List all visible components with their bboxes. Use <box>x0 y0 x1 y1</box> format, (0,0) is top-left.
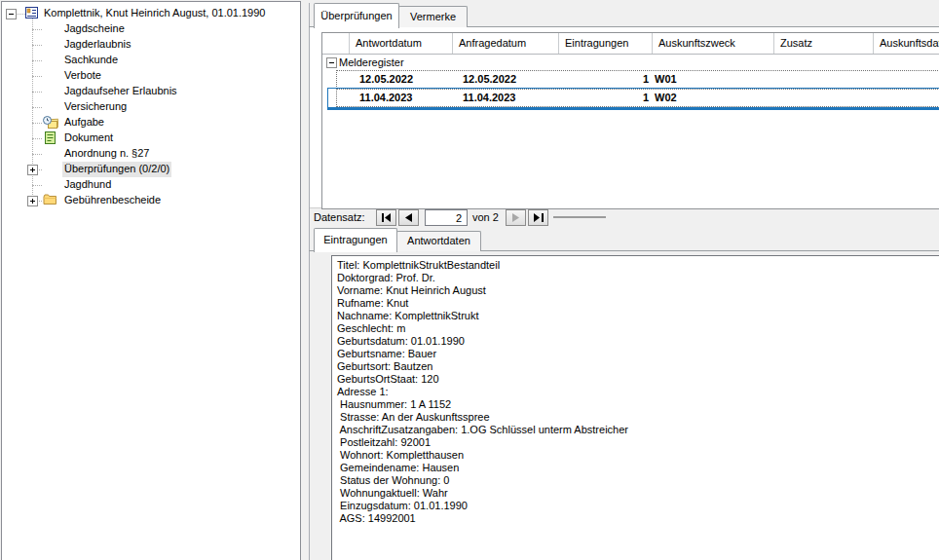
column-header-eintragungen[interactable]: Eintragungen <box>558 33 652 54</box>
cell-auskunftszweck: W02 <box>653 90 774 106</box>
tab-eintragungen[interactable]: Eintragungen <box>314 228 397 252</box>
tab-label: Eintragungen <box>323 234 387 245</box>
next-record-icon <box>512 213 519 222</box>
tab-label: Antwortdaten <box>407 235 470 246</box>
table-row[interactable]: 12.05.2022 12.05.2022 1 W01 <box>336 70 939 89</box>
tree-item-label: Anordnung n. §27 <box>62 146 151 162</box>
cell-antwortdatum: 12.05.2022 <box>350 71 453 88</box>
cell-anfragedatum: 12.05.2022 <box>453 71 559 88</box>
tree-item-jagdscheine[interactable]: Jagdscheine <box>2 21 298 37</box>
tab-antwortdaten[interactable]: Antwortdaten <box>396 231 481 251</box>
column-header-auskunftsdatum[interactable]: Auskunftsdatum <box>873 33 939 54</box>
records-grid: Antwortdatum Anfragedatum Eintragungen A… <box>321 32 939 209</box>
next-record-button[interactable] <box>506 209 526 226</box>
first-record-button[interactable] <box>376 209 396 226</box>
document-icon <box>45 131 56 144</box>
tree-item-label: Dokument <box>62 131 115 146</box>
splitter-grip[interactable] <box>553 216 606 218</box>
tree-item-label: Aufgabe <box>62 115 106 131</box>
expand-icon[interactable] <box>27 165 38 175</box>
first-record-icon <box>382 213 392 222</box>
last-record-button[interactable] <box>528 209 548 226</box>
tree-item-sachkunde[interactable]: Sachkunde <box>2 53 298 68</box>
tree-item-anordnung[interactable]: Anordnung n. §27 <box>2 146 298 162</box>
tree-item-jagdhund[interactable]: Jagdhund <box>2 177 298 193</box>
tree-item-ueberpruefungen[interactable]: Überprüfungen (0/2/0) <box>2 162 298 177</box>
last-record-icon <box>534 213 544 222</box>
cell-antwortdatum: 11.04.2023 <box>350 90 453 106</box>
tree-item-verbote[interactable]: Verbote <box>2 68 298 84</box>
tree-item-label: Sachkunde <box>62 53 120 68</box>
task-clock-icon <box>43 116 58 130</box>
tab-label: Überprüfungen <box>320 10 392 21</box>
tree-item-label: Gebührenbescheide <box>62 193 163 208</box>
tree-item-label: Jagdhund <box>62 177 113 193</box>
tree-item-versicherung[interactable]: Versicherung <box>2 99 298 115</box>
tree-item-aufgabe[interactable]: Aufgabe <box>2 115 298 131</box>
table-row-selected[interactable]: 11.04.2023 11.04.2023 1 W02 <box>336 89 939 107</box>
column-header-anfragedatum[interactable]: Anfragedatum <box>452 33 558 54</box>
group-label: Melderegister <box>339 55 404 70</box>
tree-item-label: Komplettnik, Knut Heinrich August, 01.01… <box>42 6 267 21</box>
column-header-indicator[interactable] <box>322 33 349 54</box>
tree-item-jagdaufseher[interactable]: Jagdaufseher Erlaubnis <box>2 84 298 99</box>
folder-icon <box>43 194 57 205</box>
person-record-icon <box>25 7 38 19</box>
entry-detail-textbox[interactable]: Titel: KomplettnikStruktBestandteil Dokt… <box>331 255 939 560</box>
tree-item-label: Versicherung <box>62 99 129 115</box>
expand-icon[interactable] <box>27 196 38 206</box>
tree-item-label: Jagdaufseher Erlaubnis <box>62 84 179 99</box>
tree-item-gebuehrenbescheide[interactable]: Gebührenbescheide <box>2 193 298 208</box>
person-tree-panel: Komplettnik, Knut Heinrich August, 01.01… <box>1 1 301 560</box>
previous-record-icon <box>405 213 412 222</box>
tree-item-root[interactable]: Komplettnik, Knut Heinrich August, 01.01… <box>2 6 298 21</box>
previous-record-button[interactable] <box>398 209 419 226</box>
cell-eintragungen: 1 <box>559 71 653 88</box>
record-number-input[interactable] <box>425 209 468 226</box>
cell-eintragungen: 1 <box>559 90 653 106</box>
cell-anfragedatum: 11.04.2023 <box>453 90 559 106</box>
column-header-zusatz[interactable]: Zusatz <box>773 33 873 54</box>
group-row-melderegister[interactable]: Melderegister <box>322 55 939 70</box>
tree-item-label: Überprüfungen (0/2/0) <box>62 162 171 177</box>
tab-vermerke[interactable]: Vermerke <box>398 6 468 27</box>
entry-detail-text: Titel: KomplettnikStruktBestandteil Dokt… <box>337 259 628 525</box>
pager-label: Datensatz: <box>314 211 365 223</box>
column-header-auskunftszweck[interactable]: Auskunftszweck <box>652 33 773 54</box>
tree-item-label: Jagderlaubnis <box>62 37 133 53</box>
column-header-antwortdatum[interactable]: Antwortdatum <box>349 33 452 54</box>
grid-header: Antwortdatum Anfragedatum Eintragungen A… <box>322 33 939 55</box>
tree-item-jagderlaubnis[interactable]: Jagderlaubnis <box>2 37 298 53</box>
tree-item-label: Jagdscheine <box>62 21 127 37</box>
tab-label: Vermerke <box>410 11 456 22</box>
collapse-icon[interactable] <box>326 57 337 68</box>
tree-item-dokument[interactable]: Dokument <box>2 131 298 146</box>
record-pager: Datensatz: von 2 <box>310 208 939 226</box>
tree-item-label: Verbote <box>62 68 103 84</box>
cell-auskunftszweck: W01 <box>653 71 774 88</box>
record-count-label: von 2 <box>472 211 499 223</box>
tab-ueberpruefungen[interactable]: Überprüfungen <box>314 3 399 28</box>
